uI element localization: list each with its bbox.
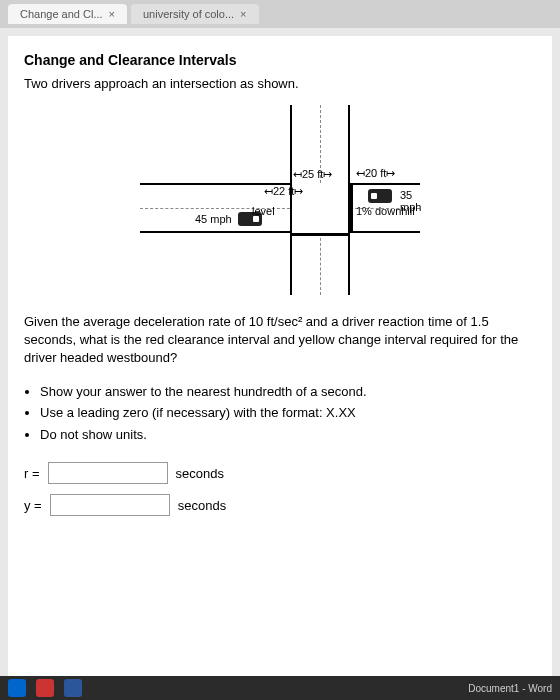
taskbar-doc-label: Document1 - Word xyxy=(468,683,552,694)
dim-cross: ↤22 ft↦ xyxy=(264,185,303,198)
tab-active[interactable]: Change and Cl... × xyxy=(8,4,127,24)
list-item: Do not show units. xyxy=(40,425,536,445)
taskbar: Document1 - Word xyxy=(0,676,560,700)
list-item: Show your answer to the nearest hundredt… xyxy=(40,382,536,402)
r-unit: seconds xyxy=(176,466,224,481)
grade-east: 1% downhill xyxy=(356,205,415,217)
taskbar-app-icon[interactable] xyxy=(8,679,26,697)
question-text: Given the average deceleration rate of 1… xyxy=(24,313,536,368)
y-unit: seconds xyxy=(178,498,226,513)
list-item: Use a leading zero (if necessary) with t… xyxy=(40,403,536,423)
y-input[interactable] xyxy=(50,494,170,516)
dim-top: ↤20 ft↦ xyxy=(356,167,395,180)
taskbar-app-icon[interactable] xyxy=(36,679,54,697)
answer-row-r: r = seconds xyxy=(24,462,536,484)
r-label: r = xyxy=(24,466,40,481)
speed-west: 45 mph xyxy=(195,213,232,225)
intro-text: Two drivers approach an intersection as … xyxy=(24,76,536,91)
page-title: Change and Clearance Intervals xyxy=(24,52,536,68)
browser-tab-bar: Change and Cl... × university of colo...… xyxy=(0,0,560,28)
tab-label: Change and Cl... xyxy=(20,8,103,20)
y-label: y = xyxy=(24,498,42,513)
instruction-list: Show your answer to the nearest hundredt… xyxy=(40,382,536,445)
close-icon[interactable]: × xyxy=(109,8,115,20)
close-icon[interactable]: × xyxy=(240,8,246,20)
answer-row-y: y = seconds xyxy=(24,494,536,516)
page-content: Change and Clearance Intervals Two drive… xyxy=(8,36,552,676)
grade-west: level xyxy=(252,205,275,217)
dim-width: ↤25 ft↦ xyxy=(293,168,332,181)
intersection-diagram: ↤20 ft↦ 35 mph 1% downhill ↤25 ft↦ ↤22 f… xyxy=(140,105,420,295)
tab-inactive[interactable]: university of colo... × xyxy=(131,4,259,24)
taskbar-word-icon[interactable] xyxy=(64,679,82,697)
r-input[interactable] xyxy=(48,462,168,484)
tab-label: university of colo... xyxy=(143,8,234,20)
eastbound-car-icon xyxy=(368,189,392,203)
